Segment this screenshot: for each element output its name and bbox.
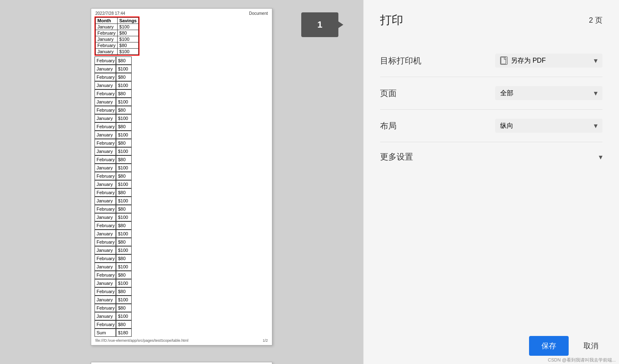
cancel-button[interactable]: 取消 xyxy=(575,336,607,356)
outside-cell-savings: $100 xyxy=(116,213,132,221)
outside-cell-savings: $100 xyxy=(116,279,132,287)
outside-cell-month: February xyxy=(95,205,116,213)
outside-cell-month: February xyxy=(95,304,116,312)
outside-cell-month: January xyxy=(95,147,116,155)
outside-cell-month: February xyxy=(95,106,116,114)
outside-cell-savings: $100 xyxy=(116,263,132,271)
outside-cell-month: January xyxy=(95,197,116,205)
outside-cell-savings: $80 xyxy=(116,73,132,81)
pages-select-container[interactable]: 全部 ▾ xyxy=(495,86,602,100)
table-row: February$80 xyxy=(96,30,139,36)
outside-cell-savings: $80 xyxy=(116,106,132,114)
outside-row: February$80 xyxy=(95,221,269,230)
outside-cell-savings: $80 xyxy=(116,304,132,312)
outside-cell-month: February xyxy=(95,254,116,263)
outside-row: February$80 xyxy=(95,254,269,263)
outside-cell-savings: $80 xyxy=(116,205,132,213)
settings-panel: 打印 2 页 目标打印机 另存为 PDF ▾ 页面 全部 ▾ xyxy=(363,0,619,364)
table-cell: $100 xyxy=(118,36,139,42)
preview-panel: 1 2022/7/28 17:44 Document Month Savings xyxy=(0,0,363,364)
outside-cell-month: January xyxy=(95,131,116,139)
outside-cell-savings: $100 xyxy=(116,197,132,205)
outside-cell-month: January xyxy=(95,296,116,304)
outside-cell-savings: $100 xyxy=(116,164,132,172)
page-1-outside-rows: February$80January$100February$80January… xyxy=(95,56,269,329)
outside-row: January$100 xyxy=(95,114,269,122)
table-header-row: Month Savings xyxy=(96,18,139,24)
outside-cell-month: January xyxy=(95,164,116,172)
outside-row: February$80 xyxy=(95,155,269,164)
outside-cell-month: February xyxy=(95,89,116,98)
page-2-header: 2022/7/28 17:44 Document xyxy=(91,362,272,364)
outside-cell-savings: $100 xyxy=(116,147,132,155)
watermark: CSDN @看到我请叫我去学前端... xyxy=(544,356,619,364)
outside-cell-month: January xyxy=(95,114,116,122)
outside-cell-month: February xyxy=(95,122,116,131)
layout-chevron-icon: ▾ xyxy=(594,121,598,130)
outside-cell-savings: $80 xyxy=(116,56,132,65)
outside-row: February$80 xyxy=(95,56,269,65)
table-cell: January xyxy=(96,36,118,42)
pages-row: 页面 全部 ▾ xyxy=(380,77,602,110)
page-1-table: Month Savings January$100February$80Janu… xyxy=(95,17,139,55)
outside-cell-month: February xyxy=(95,73,116,81)
pages-count: 2 页 xyxy=(589,15,602,25)
printer-select-container[interactable]: 另存为 PDF ▾ xyxy=(495,54,602,68)
table-row: January$100 xyxy=(96,36,139,42)
page-1-header-left: 2022/7/28 17:44 xyxy=(95,11,125,16)
printer-select-with-icon: 另存为 PDF xyxy=(500,56,546,65)
table-row: January$100 xyxy=(96,24,139,30)
printer-chevron-icon: ▾ xyxy=(594,56,598,65)
outside-cell-savings: $80 xyxy=(116,320,132,329)
page-1-sheet: 2022/7/28 17:44 Document Month Savings xyxy=(91,8,272,345)
outside-cell-month: January xyxy=(95,98,116,106)
outside-cell-savings: $80 xyxy=(116,271,132,279)
outside-row: January$100 xyxy=(95,246,269,254)
outside-row: February$80 xyxy=(95,139,269,147)
sum-value: $180 xyxy=(116,329,132,337)
outside-cell-month: January xyxy=(95,279,116,287)
outside-cell-month: January xyxy=(95,246,116,254)
outside-row: January$100 xyxy=(95,164,269,172)
outside-cell-savings: $80 xyxy=(116,89,132,98)
print-title: 打印 xyxy=(380,12,403,28)
outside-cell-month: February xyxy=(95,56,116,65)
outside-row: February$80 xyxy=(95,320,269,329)
outside-cell-savings: $100 xyxy=(116,81,132,89)
outside-cell-month: January xyxy=(95,230,116,238)
table-cell: $80 xyxy=(118,42,139,49)
outside-row: February$80 xyxy=(95,271,269,279)
outside-row: February$80 xyxy=(95,188,269,197)
outside-row: February$80 xyxy=(95,122,269,131)
outside-row: January$100 xyxy=(95,147,269,155)
outside-row: January$100 xyxy=(95,197,269,205)
pages-value: 全部 xyxy=(500,89,513,98)
bottom-buttons: 保存 取消 xyxy=(529,336,607,356)
outside-row: January$100 xyxy=(95,296,269,304)
outside-cell-savings: $80 xyxy=(116,287,132,296)
layout-select-container[interactable]: 纵向 ▾ xyxy=(495,119,602,133)
table-cell: $100 xyxy=(118,49,139,55)
pdf-icon xyxy=(500,56,508,65)
outside-row: February$80 xyxy=(95,304,269,312)
more-settings-row[interactable]: 更多设置 ▾ xyxy=(380,142,602,171)
outside-row: February$80 xyxy=(95,238,269,246)
outside-row: February$80 xyxy=(95,73,269,81)
outside-cell-savings: $100 xyxy=(116,65,132,73)
table-row: January$100 xyxy=(96,49,139,55)
outside-cell-savings: $80 xyxy=(116,139,132,147)
more-settings-label: 更多设置 xyxy=(380,151,413,162)
outside-row: February$80 xyxy=(95,205,269,213)
outside-row: February$80 xyxy=(95,287,269,296)
save-button[interactable]: 保存 xyxy=(529,336,569,356)
outside-row: January$100 xyxy=(95,131,269,139)
outside-cell-savings: $100 xyxy=(116,131,132,139)
printer-label: 目标打印机 xyxy=(380,55,421,66)
page-1-content: Month Savings January$100February$80Janu… xyxy=(91,16,272,337)
outside-row: January$100 xyxy=(95,230,269,238)
page-2-wrapper: 2022/7/28 17:44 Document Month Savings xyxy=(0,354,363,364)
outside-cell-month: February xyxy=(95,221,116,230)
table-cell: $80 xyxy=(118,30,139,36)
outside-cell-savings: $80 xyxy=(116,238,132,246)
outside-cell-month: February xyxy=(95,320,116,329)
